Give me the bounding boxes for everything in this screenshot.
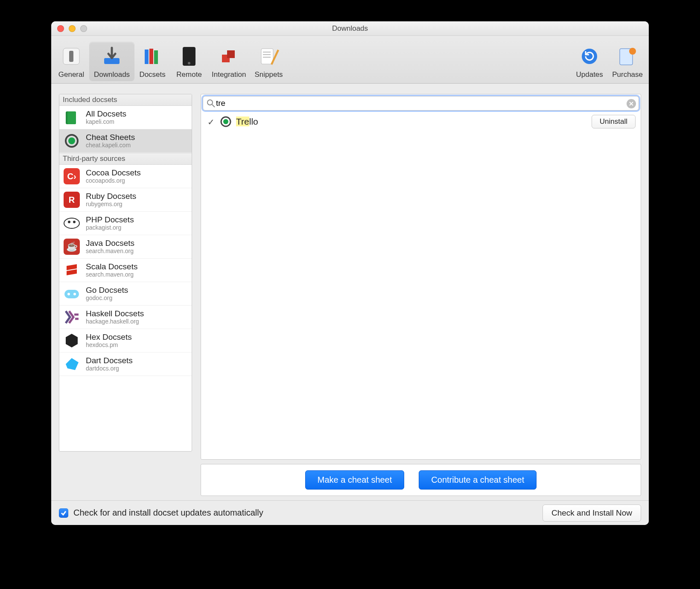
device-icon xyxy=(178,45,201,68)
docset-list-panel: ✓TrelloUninstall xyxy=(201,94,641,460)
toolbar-item-general[interactable]: General xyxy=(53,42,90,81)
source-name: Cheat Sheets xyxy=(86,133,135,142)
svg-point-21 xyxy=(64,218,79,228)
source-icon xyxy=(63,261,81,279)
svg-rect-1 xyxy=(69,51,73,62)
toolbar-label: Downloads xyxy=(94,70,130,79)
uninstall-button[interactable]: Uninstall xyxy=(592,115,636,128)
source-name: Ruby Docsets xyxy=(86,192,136,201)
toolbar-label: Integration xyxy=(212,70,246,79)
sidebar-item[interactable]: PHP Docsetspackagist.org xyxy=(59,212,192,235)
toolbar-label: Purchase xyxy=(612,70,643,79)
result-label: Trello xyxy=(236,117,258,127)
source-name: Hex Docsets xyxy=(86,333,132,342)
toolbar-label: Updates xyxy=(576,70,603,79)
sidebar-section-header: Third-party sources xyxy=(59,153,192,165)
updates-globe-icon xyxy=(578,45,601,68)
source-icon xyxy=(63,132,81,150)
source-subtitle: search.maven.org xyxy=(86,271,137,278)
sidebar-item[interactable]: ☕Java Docsetssearch.maven.org xyxy=(59,235,192,259)
source-name: PHP Docsets xyxy=(86,216,134,225)
source-name: Scala Docsets xyxy=(86,262,137,271)
svg-point-7 xyxy=(188,62,190,64)
source-name: Dart Docsets xyxy=(86,356,133,365)
source-subtitle: kapeli.com xyxy=(86,119,126,125)
sidebar-item[interactable]: RRuby Docsetsrubygems.org xyxy=(59,188,192,212)
svg-rect-4 xyxy=(149,49,153,64)
source-icon xyxy=(63,355,81,373)
check-now-button[interactable]: Check and Install Now xyxy=(542,504,641,522)
source-icon xyxy=(63,285,81,303)
search-field[interactable] xyxy=(203,96,639,111)
action-panel: Make a cheat sheet Contribute a cheat sh… xyxy=(201,464,641,496)
source-icon xyxy=(63,308,81,326)
sidebar-item[interactable]: All Docsetskapeli.com xyxy=(59,106,192,129)
titlebar: Downloads xyxy=(51,21,649,36)
toolbar-item-purchase[interactable]: Purchase xyxy=(608,42,647,81)
search-icon xyxy=(207,99,215,108)
sidebar-item[interactable]: C›Cocoa Docsetscocoapods.org xyxy=(59,165,192,188)
sidebar-item[interactable]: Dart Docsetsdartdocs.org xyxy=(59,353,192,376)
results-list: ✓TrelloUninstall xyxy=(201,112,641,131)
source-subtitle: godoc.org xyxy=(86,295,128,301)
preferences-toolbar: General Downloads Docsets Remote xyxy=(51,36,649,84)
source-name: Java Docsets xyxy=(86,239,134,248)
toolbar-item-snippets[interactable]: Snippets xyxy=(250,42,287,81)
source-icon: C› xyxy=(63,167,81,185)
preferences-window: Downloads General Downloads Doc xyxy=(51,21,649,525)
source-subtitle: hexdocs.pm xyxy=(86,342,132,348)
source-subtitle: cheat.kapeli.com xyxy=(86,142,135,149)
source-subtitle: search.maven.org xyxy=(86,248,134,254)
source-name: All Docsets xyxy=(86,110,126,119)
sidebar-item[interactable]: Cheat Sheetscheat.kapeli.com xyxy=(59,129,192,153)
sidebar-item[interactable]: Haskell Docsetshackage.haskell.org xyxy=(59,306,192,329)
svg-rect-3 xyxy=(145,50,149,64)
svg-rect-9 xyxy=(227,50,235,58)
make-cheat-sheet-button[interactable]: Make a cheat sheet xyxy=(305,470,405,490)
toolbar-item-docsets[interactable]: Docsets xyxy=(134,42,171,81)
window-title: Downloads xyxy=(51,24,649,33)
clear-search-icon[interactable] xyxy=(627,99,636,108)
books-icon xyxy=(141,45,164,68)
svg-point-14 xyxy=(582,49,597,64)
svg-rect-18 xyxy=(67,111,76,124)
svg-point-16 xyxy=(629,48,636,55)
svg-point-22 xyxy=(68,221,70,223)
sidebar-section-header: Included docsets xyxy=(59,94,192,106)
source-name: Haskell Docsets xyxy=(86,309,144,318)
toolbar-label: Remote xyxy=(176,70,202,79)
toolbar-label: Docsets xyxy=(139,70,165,79)
installed-check-icon: ✓ xyxy=(206,117,216,126)
svg-point-26 xyxy=(73,293,76,295)
sources-sidebar[interactable]: Included docsetsAll Docsetskapeli.comChe… xyxy=(59,94,192,452)
source-icon xyxy=(63,332,81,350)
source-subtitle: packagist.org xyxy=(86,225,134,231)
footer: Check for and install docset updates aut… xyxy=(51,500,649,525)
svg-point-31 xyxy=(207,100,213,105)
source-subtitle: hackage.haskell.org xyxy=(86,318,144,325)
source-subtitle: cocoapods.org xyxy=(86,178,141,184)
svg-marker-29 xyxy=(66,334,78,347)
result-icon xyxy=(220,116,232,128)
contribute-cheat-sheet-button[interactable]: Contribute a cheat sheet xyxy=(419,470,537,490)
download-icon xyxy=(100,45,123,68)
result-row[interactable]: ✓TrelloUninstall xyxy=(201,112,641,131)
toolbar-item-remote[interactable]: Remote xyxy=(171,42,207,81)
toolbar-item-integration[interactable]: Integration xyxy=(207,42,250,81)
blocks-icon xyxy=(217,45,240,68)
auto-update-checkbox[interactable] xyxy=(59,508,68,518)
source-subtitle: dartdocs.org xyxy=(86,365,133,372)
sidebar-item[interactable]: Go Docsetsgodoc.org xyxy=(59,282,192,306)
svg-point-25 xyxy=(67,293,70,295)
sidebar-item[interactable]: Hex Docsetshexdocs.pm xyxy=(59,329,192,353)
auto-update-label: Check for and install docset updates aut… xyxy=(73,508,263,518)
toolbar-item-updates[interactable]: Updates xyxy=(571,42,608,81)
svg-point-20 xyxy=(68,137,75,144)
source-subtitle: rubygems.org xyxy=(86,201,136,207)
toolbar-item-downloads[interactable]: Downloads xyxy=(90,42,134,81)
switch-icon xyxy=(60,45,83,68)
search-input[interactable] xyxy=(216,96,624,110)
sidebar-item[interactable]: Scala Docsetssearch.maven.org xyxy=(59,259,192,282)
svg-line-32 xyxy=(212,105,215,107)
note-pencil-icon xyxy=(257,45,280,68)
